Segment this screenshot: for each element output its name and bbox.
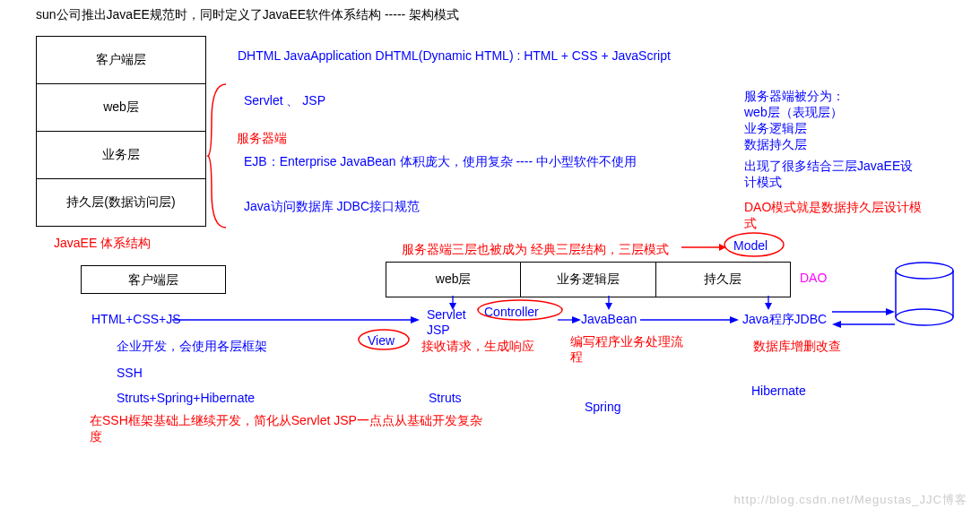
javaee-arch-box: 客户端层 web层 业务层 持久层(数据访问层) [36, 36, 206, 227]
flow-jsp: JSP [427, 323, 450, 337]
text-dhtml: DHTML JavaApplication DHTML(Dynamic HTML… [238, 48, 671, 63]
arrow-web-down [447, 296, 459, 310]
svg-marker-22 [765, 303, 772, 310]
layer-client: 客户端层 [37, 37, 205, 84]
svg-marker-14 [886, 308, 895, 315]
model-circle [723, 231, 785, 258]
use-frameworks: 企业开发，会使用各层框架 [117, 339, 267, 355]
struts: Struts [429, 391, 462, 405]
svg-marker-18 [449, 303, 456, 310]
hibernate: Hibernate [751, 383, 806, 398]
ssh-note: 在SSH框架基础上继续开发，简化从Servlet JSP一点点从基础开发复杂度 [90, 412, 493, 444]
svg-point-0 [724, 233, 784, 256]
view-circle [357, 328, 411, 351]
flow-bizflow: 编写程序业务处理流程 [570, 334, 687, 365]
layer-biz: 业务层 [37, 132, 205, 179]
flow-javabean: JavaBean [581, 312, 637, 326]
flow-client: HTML+CSS+JS [91, 312, 181, 326]
javaee-arch-caption: JavaEE 体系结构 [54, 236, 151, 252]
dao-note: DAO模式就是数据持久层设计模式 [744, 199, 932, 231]
arrow-persist-down [762, 296, 775, 310]
svg-marker-16 [832, 321, 841, 328]
controller-circle [475, 298, 565, 322]
svg-marker-8 [411, 316, 420, 323]
svg-marker-10 [572, 316, 581, 323]
server-three-layer-box: web层 业务逻辑层 持久层 [386, 262, 791, 297]
text-jdbc: Java访问数据库 JDBC接口规范 [244, 199, 420, 215]
sn-l1: 服务器端被分为： [744, 88, 845, 104]
brace-icon [208, 84, 235, 228]
flow-jdbc: Java程序JDBC [742, 312, 827, 328]
sn-l4: 数据持久层 [744, 136, 845, 152]
layer-web: web层 [37, 84, 205, 132]
svg-point-5 [478, 300, 562, 320]
flow-recv: 接收请求，生成响应 [421, 339, 534, 355]
flow-crud: 数据库增删改查 [753, 339, 841, 355]
arrow-ctrl-javabean [558, 314, 581, 326]
arrow-to-model [681, 242, 726, 253]
ssh: SSH [117, 366, 143, 380]
svg-point-4 [896, 309, 953, 325]
three-layer-pattern-note: 出现了很多结合三层JavaEE设计模式 [744, 158, 924, 190]
server-split-note: 服务器端被分为： web层（表现层） 业务逻辑层 数据持久层 [744, 88, 845, 152]
spring: Spring [585, 400, 620, 414]
srv-biz: 业务逻辑层 [521, 263, 655, 297]
arrow-biz-down [603, 296, 615, 310]
layer-persist: 持久层(数据访问层) [37, 179, 205, 226]
text-ejb: EJB：Enterprise JavaBean 体积庞大，使用复杂 ---- 中… [244, 154, 637, 170]
watermark: http://blog.csdn.net/Megustas_JJC博客 [734, 492, 967, 508]
srv-persist: 持久层 [656, 263, 790, 297]
arrow-jdbc-db [832, 305, 895, 332]
ssh-expand: Struts+Spring+Hibernate [117, 391, 255, 405]
sn-l3: 业务逻辑层 [744, 120, 845, 136]
sn-l2: web层（表现层） [744, 104, 845, 120]
text-server-side: 服务器端 [237, 131, 287, 147]
svg-marker-2 [719, 244, 726, 251]
arrow-javabean-jdbc [640, 314, 739, 326]
arrow-client-servlet [172, 314, 420, 326]
client-layer-box: 客户端层 [81, 265, 226, 294]
page-title: sun公司推出JavaEE规范时，同时定义了JavaEE软件体系结构 -----… [36, 7, 459, 23]
svg-point-6 [359, 330, 409, 349]
svg-marker-20 [605, 303, 612, 310]
text-servlet-jsp: Servlet 、 JSP [244, 93, 325, 109]
database-icon [893, 262, 956, 333]
svg-marker-12 [730, 316, 739, 323]
dao-label: DAO [800, 271, 827, 285]
svg-point-3 [896, 263, 953, 279]
srv-web: web层 [386, 263, 521, 297]
classic-three-layer-note: 服务器端三层也被成为 经典三层结构，三层模式 [402, 242, 669, 258]
